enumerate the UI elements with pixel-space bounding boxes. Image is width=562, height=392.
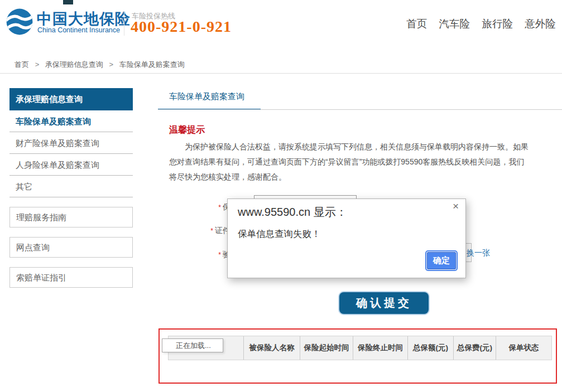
column-header-total-premium: 总保费(元): [454, 336, 496, 360]
top-nav: 首页 汽车险 旅行险 意外险 财产险: [406, 17, 562, 33]
column-header-insured-name: 被保险人名称: [244, 336, 300, 360]
brand-name-en: China Continent Insurance: [37, 26, 120, 34]
tab-rule: [158, 109, 562, 110]
required-star: *: [218, 251, 221, 259]
breadcrumb-separator: >: [109, 60, 113, 69]
tab-auto-policy-query[interactable]: 车险保单及赔案查询: [169, 91, 244, 102]
dialog-ok-button[interactable]: 确定: [427, 252, 456, 269]
column-header-end-date: 保险终止时间: [353, 336, 408, 360]
alert-dialog: www.95590.cn 显示： 保单信息查询失败！ × 确定: [227, 199, 466, 278]
column-header-policy-status: 保单状态: [496, 336, 551, 360]
breadcrumb-separator: >: [35, 60, 40, 69]
confirm-submit-button[interactable]: 确认提交: [339, 292, 429, 314]
required-star: *: [218, 204, 221, 211]
column-header-start-date: 保险起始时间: [300, 336, 353, 360]
sidebar: 承保理赔信息查询 车险保单及赔案查询 财产险保单及赔案查询 人身险保单及赔案查询…: [9, 88, 133, 288]
alert-dialog-message: 保单信息查询失败！: [238, 228, 321, 240]
sidebar-box-claim-doc-guide[interactable]: 索赔单证指引: [9, 267, 133, 288]
breadcrumb-current-page: 车险保单及赔案查询: [119, 60, 185, 69]
header-rule: [0, 73, 562, 74]
breadcrumb-home[interactable]: 首页: [15, 60, 29, 69]
loading-indicator: 正在加载...: [162, 338, 223, 352]
sidebar-item-life-policy-query[interactable]: 人身险保单及赔案查询: [9, 154, 133, 176]
nav-item-auto[interactable]: 汽车险: [439, 17, 470, 31]
close-icon[interactable]: ×: [453, 200, 459, 212]
column-header-total-insured-amount: 总保额(元): [408, 336, 454, 360]
sidebar-item-property-policy-query[interactable]: 财产险保单及赔案查询: [9, 132, 133, 154]
nav-item-accident[interactable]: 意外险: [525, 17, 556, 31]
logo-icon[interactable]: [4, 7, 35, 37]
sidebar-item-other[interactable]: 其它: [9, 176, 133, 197]
captcha-refresh-link[interactable]: 换一张: [467, 248, 490, 258]
result-table-header: 被保险人名称 保险起始时间 保险终止时间 总保额(元) 总保费(元) 保单状态: [168, 336, 552, 360]
header-artifact: [63, 0, 73, 4]
sidebar-box-branch-query[interactable]: 网点查询: [9, 237, 133, 258]
tips-body: 为保护被保险人合法权益，请按系统提示填写下列信息，相关信息须与保单载明内容保持一…: [169, 139, 531, 185]
nav-item-travel[interactable]: 旅行险: [482, 17, 513, 31]
nav-item-home[interactable]: 首页: [406, 17, 427, 31]
sidebar-item-auto-policy-query[interactable]: 车险保单及赔案查询: [9, 110, 133, 132]
hotline-number: 400-921-0-921: [131, 18, 232, 36]
breadcrumb-claim-info-query[interactable]: 承保理赔信息查询: [45, 60, 103, 69]
header-divider: [124, 11, 124, 36]
required-star: *: [210, 227, 213, 235]
tips-title: 温馨提示: [169, 124, 205, 136]
sidebar-header: 承保理赔信息查询: [9, 88, 133, 110]
alert-dialog-title: www.95590.cn 显示：: [238, 205, 347, 220]
sidebar-box-claim-guide[interactable]: 理赔服务指南: [9, 207, 133, 228]
breadcrumb: 首页 > 承保理赔信息查询 > 车险保单及赔案查询: [15, 60, 185, 70]
